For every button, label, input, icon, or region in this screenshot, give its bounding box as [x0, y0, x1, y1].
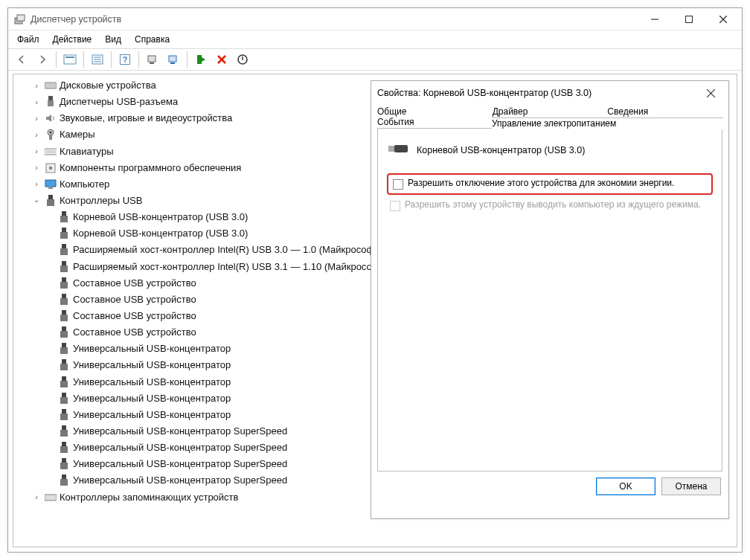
component-icon — [45, 162, 57, 174]
svg-rect-28 — [45, 149, 57, 155]
highlight-annotation: Разрешить отключение этого устройства дл… — [387, 173, 713, 195]
svg-rect-57 — [62, 376, 66, 381]
tree-label: Универсальный USB-концентратор SuperSpee… — [73, 424, 287, 439]
checkbox-allow-wake — [390, 201, 400, 211]
svg-rect-39 — [62, 228, 66, 232]
svg-rect-54 — [60, 347, 68, 354]
tab-general[interactable]: Общие — [377, 106, 493, 117]
svg-rect-65 — [62, 442, 66, 446]
maximize-button[interactable] — [672, 8, 706, 30]
close-button[interactable] — [706, 8, 740, 30]
svg-rect-45 — [62, 277, 66, 282]
help-button[interactable]: ? — [115, 50, 135, 69]
svg-rect-24 — [48, 100, 54, 106]
camera-icon — [45, 129, 57, 141]
svg-rect-75 — [394, 145, 408, 152]
svg-rect-15 — [150, 62, 154, 64]
disk-icon — [45, 80, 57, 91]
tree-label: Контроллеры USB — [60, 193, 142, 208]
svg-rect-38 — [60, 216, 68, 222]
cancel-button[interactable]: Отмена — [661, 477, 721, 495]
tree-label: Составное USB устройство — [73, 276, 196, 291]
svg-rect-46 — [60, 282, 68, 289]
usb-icon — [58, 425, 70, 437]
tree-label: Универсальный USB-концентратор — [73, 375, 231, 390]
svg-rect-3 — [686, 16, 693, 22]
svg-rect-43 — [62, 261, 66, 265]
uninstall-button[interactable] — [211, 50, 232, 69]
svg-text:?: ? — [123, 55, 128, 64]
properties-button[interactable] — [87, 50, 108, 69]
svg-rect-36 — [47, 199, 54, 206]
back-button[interactable] — [11, 50, 32, 69]
dialog-close-button[interactable] — [699, 82, 722, 104]
svg-rect-58 — [60, 381, 68, 387]
menu-file[interactable]: Файл — [11, 32, 45, 47]
option-allow-power-off-label: Разрешить отключение этого устройства дл… — [408, 178, 674, 188]
disable-button[interactable] — [232, 50, 253, 69]
tab-power-management[interactable]: Управление электропитанием — [492, 118, 723, 129]
svg-rect-37 — [62, 211, 66, 216]
tree-label: Универсальный USB-концентратор — [73, 358, 231, 373]
svg-rect-7 — [65, 57, 74, 58]
tree-label: Универсальный USB-концентратор — [73, 341, 231, 356]
svg-rect-53 — [62, 343, 66, 347]
window-title: Диспетчер устройств — [31, 14, 638, 25]
menubar: Файл Действие Вид Справка — [8, 30, 742, 48]
svg-rect-74 — [388, 146, 394, 152]
tree-label: Камеры — [60, 127, 95, 142]
svg-rect-48 — [60, 298, 68, 305]
svg-rect-16 — [169, 56, 176, 62]
svg-rect-62 — [60, 413, 68, 420]
svg-rect-22 — [45, 83, 57, 88]
usb-icon — [58, 393, 70, 405]
svg-rect-63 — [62, 425, 66, 430]
menu-view[interactable]: Вид — [99, 32, 127, 47]
svg-rect-41 — [62, 244, 66, 248]
usb-icon — [58, 228, 70, 239]
usb-icon — [58, 310, 70, 322]
toolbar-separator — [187, 51, 188, 68]
svg-point-26 — [50, 132, 52, 134]
checkbox-allow-power-off[interactable] — [393, 179, 403, 190]
svg-rect-70 — [60, 479, 68, 486]
svg-rect-1 — [17, 15, 25, 21]
minimize-button[interactable] — [638, 8, 672, 30]
show-hidden-button[interactable] — [60, 50, 80, 69]
tree-label: Составное USB устройство — [73, 292, 196, 307]
dialog-buttons: OK Отмена — [371, 472, 728, 501]
menu-action[interactable]: Действие — [47, 32, 98, 47]
speaker-icon — [45, 112, 57, 124]
usb-icon — [58, 474, 70, 486]
usb-device-icon — [388, 144, 409, 157]
tree-label: Контроллеры запоминающих устройств — [60, 490, 238, 505]
svg-rect-59 — [62, 393, 66, 397]
option-allow-wake-label: Разрешить этому устройству выводить комп… — [405, 199, 701, 210]
tree-label: Дисковые устройства — [60, 78, 156, 93]
tree-label: Диспетчеры USB-разъема — [60, 94, 178, 109]
menu-help[interactable]: Справка — [129, 32, 176, 47]
ok-button[interactable]: OK — [596, 477, 656, 495]
install-legacy-button[interactable] — [190, 50, 211, 69]
svg-rect-68 — [60, 463, 68, 469]
svg-rect-34 — [48, 187, 53, 189]
svg-rect-69 — [62, 474, 66, 479]
tree-label: Составное USB устройство — [73, 325, 196, 340]
tab-driver[interactable]: Драйвер — [493, 106, 609, 117]
svg-rect-6 — [64, 55, 76, 64]
usb-connector-icon — [45, 96, 57, 108]
usb-icon — [58, 359, 70, 371]
scan-hardware-button[interactable] — [142, 50, 163, 69]
tab-events[interactable]: События — [377, 117, 493, 129]
usb-icon — [58, 376, 70, 388]
forward-button[interactable] — [32, 50, 53, 69]
usb-icon — [58, 458, 70, 470]
svg-rect-18 — [197, 55, 202, 64]
tree-label: Компоненты программного обеспечения — [60, 161, 241, 176]
tree-label: Универсальный USB-концентратор — [73, 391, 231, 406]
svg-rect-42 — [60, 248, 68, 255]
update-driver-button[interactable] — [163, 50, 184, 69]
tab-details[interactable]: Сведения — [607, 106, 723, 117]
tree-label: Расширяемый хост-контроллер Intel(R) USB… — [73, 242, 382, 257]
tree-label: Корневой USB-концентратор (USB 3.0) — [73, 226, 248, 241]
